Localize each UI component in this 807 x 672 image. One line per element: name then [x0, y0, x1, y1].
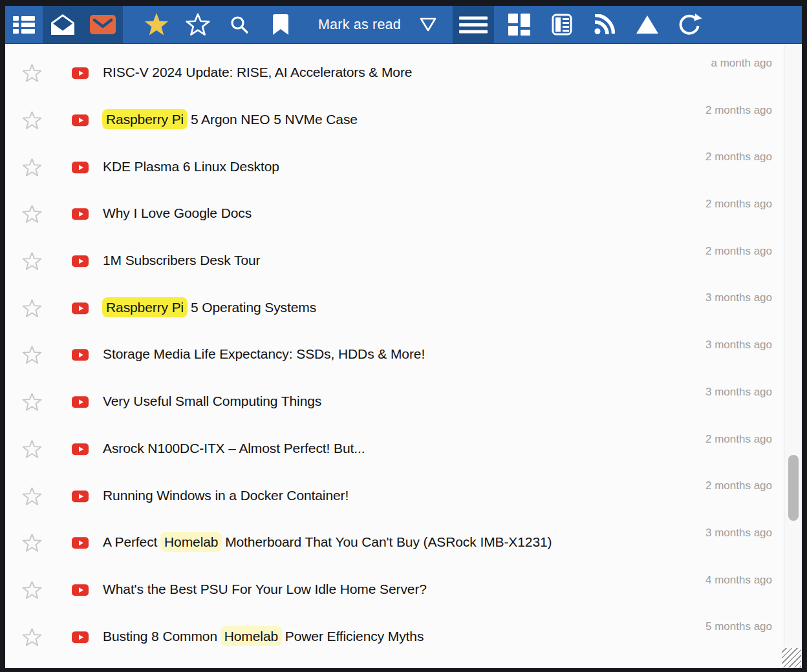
flag-star-button[interactable] — [177, 6, 219, 43]
youtube-play-icon — [72, 631, 89, 643]
youtube-play-icon — [72, 490, 89, 502]
search-highlight: Raspberry Pi — [102, 297, 188, 317]
item-title: What's the Best PSU For Your Low Idle Ho… — [103, 582, 427, 597]
article-row[interactable]: Raspberry Pi 5 Operating Systems 3 month… — [5, 285, 802, 332]
refresh-icon — [678, 13, 702, 37]
item-title: Storage Media Life Expectancy: SSDs, HDD… — [103, 347, 425, 362]
item-age: 2 months ago — [705, 151, 772, 163]
bookmark-icon — [273, 14, 288, 35]
article-view-icon — [552, 14, 572, 36]
scroll-up-button[interactable] — [626, 6, 669, 43]
unread-list-button[interactable] — [5, 6, 43, 43]
read-state-button-group — [43, 6, 123, 43]
item-title: 1M Subscribers Desk Tour — [103, 253, 260, 268]
item-title: Raspberry Pi 5 Operating Systems — [103, 300, 316, 315]
youtube-play-icon — [72, 114, 89, 126]
item-age: 3 months ago — [705, 527, 772, 540]
unread-mail-button[interactable] — [83, 6, 123, 43]
search-highlight: Raspberry Pi — [102, 109, 188, 129]
layout-grid-icon — [508, 14, 530, 36]
item-title: RISC-V 2024 Update: RISE, AI Accelerator… — [103, 65, 412, 80]
youtube-play-icon — [72, 162, 89, 173]
item-age: 2 months ago — [705, 433, 772, 446]
item-age: 2 months ago — [705, 198, 772, 211]
rss-icon — [594, 14, 615, 35]
scrollbar-track[interactable] — [784, 44, 802, 668]
scrollbar-thumb[interactable] — [788, 455, 799, 521]
item-title: Why I Love Google Docs — [103, 205, 252, 221]
scroll-up-icon — [635, 14, 660, 35]
youtube-play-icon — [72, 537, 89, 549]
search-highlight: Homelab — [221, 626, 282, 646]
item-title: Asrock N100DC-ITX – Almost Perfect! But.… — [103, 441, 365, 456]
item-age: 4 months ago — [705, 574, 772, 587]
menu-button-group — [453, 6, 494, 43]
flag-star-toggle[interactable] — [22, 205, 42, 227]
flag-star-toggle[interactable] — [22, 487, 42, 509]
open-envelope-icon — [51, 14, 74, 35]
feed-reader-window: Mark as read — [5, 6, 802, 668]
search-button[interactable] — [219, 6, 260, 43]
refresh-button[interactable] — [669, 6, 711, 43]
flag-star-toggle[interactable] — [22, 580, 42, 602]
item-age: 2 months ago — [705, 104, 772, 117]
flag-star-toggle[interactable] — [22, 439, 42, 461]
menu-hamburger-icon — [459, 16, 488, 34]
youtube-play-icon — [72, 350, 89, 361]
article-row[interactable]: A Perfect Homelab Motherboard That You C… — [5, 520, 802, 567]
article-row[interactable]: KDE Plasma 6 Linux Desktop 2 months ago — [5, 144, 802, 191]
flag-star-toggle[interactable] — [22, 534, 42, 556]
article-row[interactable]: Running Windows in a Docker Container! 2… — [5, 473, 802, 520]
youtube-play-icon — [72, 302, 89, 314]
article-row[interactable]: Why I Love Google Docs 2 months ago — [5, 191, 802, 238]
article-row[interactable]: What's the Best PSU For Your Low Idle Ho… — [5, 567, 802, 614]
flag-star-toggle[interactable] — [22, 393, 42, 415]
item-title: Busting 8 Common Homelab Power Efficienc… — [103, 629, 424, 644]
menu-button[interactable] — [453, 6, 494, 43]
article-row[interactable]: 1M Subscribers Desk Tour 2 months ago — [5, 238, 802, 286]
item-title: Running Windows in a Docker Container! — [103, 488, 349, 503]
mark-as-read-dropdown[interactable] — [410, 6, 446, 43]
item-age: 3 months ago — [705, 339, 772, 352]
rss-feeds-button[interactable] — [583, 6, 626, 43]
article-row[interactable]: Very Useful Small Computing Things 3 mon… — [5, 379, 802, 426]
starred-filled-icon — [144, 12, 169, 37]
youtube-play-icon — [72, 584, 89, 596]
youtube-play-icon — [72, 209, 89, 220]
article-list[interactable]: RISC-V 2024 Update: RISE, AI Accelerator… — [5, 44, 802, 668]
mark-unread-button[interactable] — [43, 6, 83, 43]
item-title: Raspberry Pi 5 Argon NEO 5 NVMe Case — [103, 112, 358, 127]
mark-as-read-button[interactable]: Mark as read — [318, 6, 401, 43]
flag-star-toggle[interactable] — [22, 110, 42, 132]
unread-envelope-icon — [90, 15, 116, 34]
starred-filter-button[interactable] — [136, 6, 177, 43]
window-resize-grip[interactable] — [782, 648, 801, 667]
flag-star-toggle[interactable] — [22, 299, 42, 320]
article-view-button[interactable] — [541, 6, 583, 43]
youtube-play-icon — [72, 68, 89, 79]
flag-star-toggle[interactable] — [22, 251, 42, 273]
flag-star-toggle[interactable] — [22, 158, 42, 180]
bookmark-button[interactable] — [260, 6, 301, 43]
flag-star-toggle[interactable] — [22, 627, 42, 649]
layout-button[interactable] — [498, 6, 541, 43]
flag-star-toggle[interactable] — [22, 346, 42, 368]
article-row[interactable]: Asrock N100DC-ITX – Almost Perfect! But.… — [5, 426, 802, 474]
article-row[interactable]: Raspberry Pi 5 Argon NEO 5 NVMe Case 2 m… — [5, 98, 802, 145]
item-age: 2 months ago — [705, 479, 772, 492]
article-row[interactable]: RISC-V 2024 Update: RISE, AI Accelerator… — [5, 50, 802, 98]
search-highlight: Homelab — [160, 532, 222, 552]
toolbar: Mark as read — [5, 6, 802, 44]
article-row[interactable]: Storage Media Life Expectancy: SSDs, HDD… — [5, 332, 802, 379]
item-title: A Perfect Homelab Motherboard That You C… — [103, 534, 552, 550]
item-age: 2 months ago — [705, 245, 772, 258]
article-row[interactable]: Busting 8 Common Homelab Power Efficienc… — [5, 614, 802, 661]
youtube-play-icon — [72, 255, 89, 267]
youtube-play-icon — [72, 443, 89, 455]
item-age: 3 months ago — [705, 291, 772, 304]
star-outline-icon — [186, 13, 210, 36]
flag-star-toggle[interactable] — [22, 64, 42, 86]
item-age: 5 months ago — [705, 620, 772, 633]
item-title: KDE Plasma 6 Linux Desktop — [103, 159, 279, 174]
item-age: 3 months ago — [705, 386, 772, 399]
